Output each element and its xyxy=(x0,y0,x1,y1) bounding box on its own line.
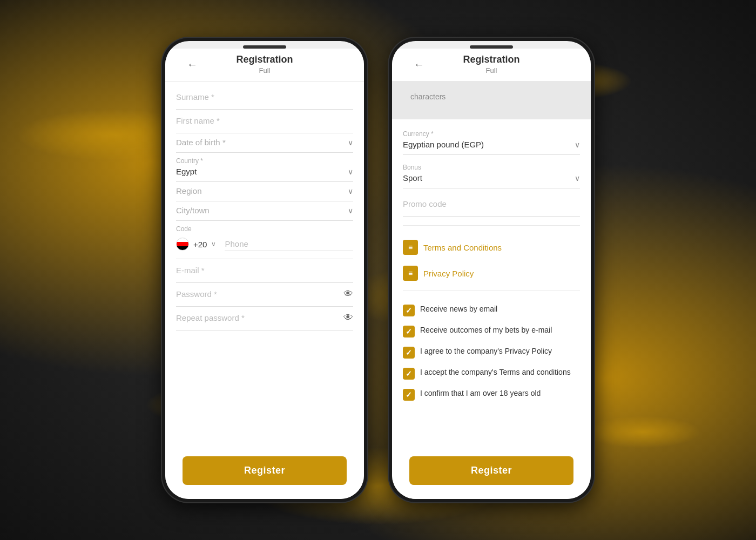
left-register-button[interactable]: Register xyxy=(183,456,347,485)
checkbox-terms-box[interactable]: ✓ xyxy=(403,368,415,380)
country-chevron-icon: ∨ xyxy=(348,167,353,176)
repeat-password-field: 👁 xyxy=(176,311,353,330)
bonus-label: Bonus xyxy=(403,164,580,171)
promo-input[interactable] xyxy=(403,197,580,211)
currency-chevron-icon: ∨ xyxy=(575,140,580,149)
phone-input[interactable] xyxy=(225,237,353,251)
firstname-input[interactable] xyxy=(176,114,353,127)
code-label: Code xyxy=(176,225,353,233)
checkbox-age-box[interactable]: ✓ xyxy=(403,389,415,401)
terms-label: Terms and Conditions xyxy=(423,243,502,252)
checkbox-email-news[interactable]: ✓ Receive news by email xyxy=(403,300,580,321)
right-screen-title: Registration xyxy=(463,54,519,65)
city-chevron-icon: ∨ xyxy=(348,206,353,215)
dob-placeholder: Date of birth * xyxy=(176,138,348,147)
checkbox-email-news-box[interactable]: ✓ xyxy=(403,305,415,316)
region-field[interactable]: Region ∨ xyxy=(176,186,353,201)
checkbox-age-confirm[interactable]: ✓ I confirm that I am over 18 years old xyxy=(403,384,580,405)
city-placeholder: City/town xyxy=(176,206,348,215)
repeat-password-input[interactable] xyxy=(176,311,343,325)
password-eye-icon[interactable]: 👁 xyxy=(343,288,353,300)
checkbox-privacy-label: I agree to the company's Privacy Policy xyxy=(420,346,552,357)
password-input[interactable] xyxy=(176,287,343,301)
privacy-icon: ≡ xyxy=(403,266,418,281)
left-phone: ← Registration Full Date of birth * ∨ xyxy=(162,38,367,502)
dob-chevron-icon: ∨ xyxy=(348,138,353,147)
terms-link[interactable]: ≡ Terms and Conditions xyxy=(403,234,580,260)
dob-field[interactable]: Date of birth * ∨ xyxy=(176,138,353,153)
left-screen-body: Date of birth * ∨ Country * Egypt ∨ Regi… xyxy=(165,82,364,447)
firstname-field xyxy=(176,114,353,133)
privacy-link[interactable]: ≡ Privacy Policy xyxy=(403,260,580,286)
right-screen-subtitle: Full xyxy=(486,66,497,75)
back-button-left[interactable]: ← xyxy=(187,58,198,71)
country-label: Country * xyxy=(176,157,353,165)
right-register-button[interactable]: Register xyxy=(409,456,573,485)
section-divider xyxy=(403,225,580,226)
checkbox-age-label: I confirm that I am over 18 years old xyxy=(420,388,541,399)
terms-icon: ≡ xyxy=(403,240,418,255)
right-screen-body: characters Currency * Egyptian pound (EG… xyxy=(392,82,591,447)
checkbox-bets-outcomes[interactable]: ✓ Receive outcomes of my bets by e-mail xyxy=(403,321,580,342)
region-placeholder: Region xyxy=(176,186,348,195)
checkbox-privacy-policy[interactable]: ✓ I agree to the company's Privacy Polic… xyxy=(403,342,580,363)
checkbox-email-news-check: ✓ xyxy=(406,306,412,315)
left-screen-subtitle: Full xyxy=(259,66,271,75)
currency-field[interactable]: Currency * Egyptian pound (EGP) ∨ xyxy=(403,126,580,155)
phone-field: Code +20 ∨ xyxy=(176,225,353,259)
repeat-password-eye-icon[interactable]: 👁 xyxy=(343,312,353,323)
characters-text: characters xyxy=(410,92,446,101)
section-divider-2 xyxy=(403,291,580,291)
country-value: Egypt xyxy=(176,167,348,176)
checkbox-bets-check: ✓ xyxy=(406,327,412,336)
region-chevron-icon: ∨ xyxy=(348,187,353,195)
checkbox-age-check: ✓ xyxy=(406,390,412,399)
characters-box: characters xyxy=(403,87,580,106)
phone-code-value: +20 xyxy=(193,240,207,249)
country-field[interactable]: Country * Egypt ∨ xyxy=(176,157,353,182)
surname-input[interactable] xyxy=(176,90,353,104)
right-phone: ← Registration Full characters Currency … xyxy=(389,38,594,502)
currency-value: Egyptian pound (EGP) xyxy=(403,140,484,149)
checkbox-privacy-check: ✓ xyxy=(406,348,412,357)
checkbox-email-news-label: Receive news by email xyxy=(420,304,497,315)
checkbox-bets-label: Receive outcomes of my bets by e-mail xyxy=(420,325,552,336)
city-field[interactable]: City/town ∨ xyxy=(176,206,353,221)
bonus-value: Sport xyxy=(403,173,422,183)
checkbox-terms-label: I accept the company's Terms and conditi… xyxy=(420,367,571,378)
email-field xyxy=(176,264,353,283)
right-bottom-area: Register xyxy=(392,447,591,499)
characters-section: characters xyxy=(392,82,591,119)
surname-field xyxy=(176,90,353,110)
bonus-field[interactable]: Bonus Sport ∨ xyxy=(403,159,580,188)
bonus-chevron-icon: ∨ xyxy=(575,174,580,183)
phone-code-chevron-icon[interactable]: ∨ xyxy=(211,240,216,248)
checkbox-terms-accept[interactable]: ✓ I accept the company's Terms and condi… xyxy=(403,363,580,384)
currency-label: Currency * xyxy=(403,130,580,138)
checkbox-privacy-box[interactable]: ✓ xyxy=(403,347,415,359)
checkbox-terms-check: ✓ xyxy=(406,369,412,378)
promo-field xyxy=(403,193,580,217)
left-screen-title: Registration xyxy=(236,54,293,65)
password-field: 👁 xyxy=(176,287,353,307)
checkbox-bets-box[interactable]: ✓ xyxy=(403,326,415,338)
left-bottom-area: Register xyxy=(165,447,364,499)
egypt-flag-icon xyxy=(176,238,189,251)
back-button-right[interactable]: ← xyxy=(414,58,424,71)
privacy-label: Privacy Policy xyxy=(423,269,474,278)
email-input[interactable] xyxy=(176,264,353,277)
